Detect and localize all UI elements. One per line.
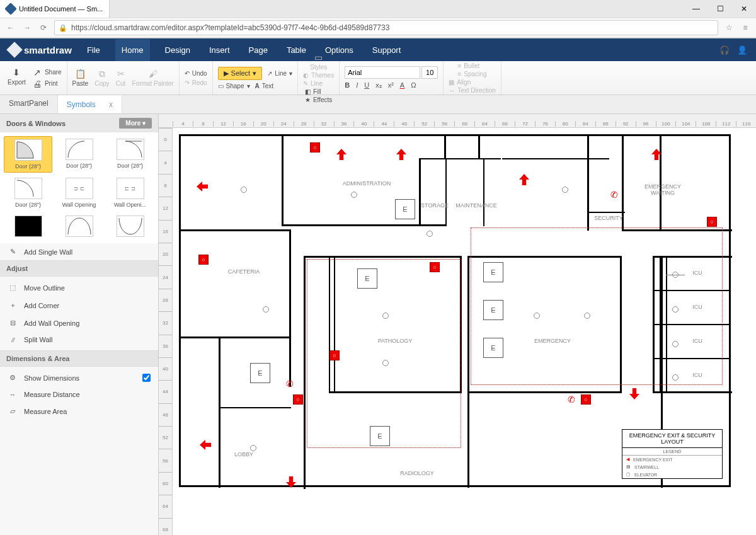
lock-icon: 🔒 bbox=[59, 24, 67, 32]
symbol-double-door-1[interactable] bbox=[55, 213, 103, 239]
fill-button[interactable]: ◧Fill bbox=[305, 88, 332, 95]
maximize-button[interactable]: ☐ bbox=[708, 0, 732, 18]
fixture-icon bbox=[250, 445, 256, 451]
fixture-icon bbox=[672, 341, 679, 347]
browser-menu-button[interactable]: ≡ bbox=[740, 22, 751, 33]
alarm-icon: ○ bbox=[198, 255, 209, 265]
tab-title: Untitled Document — Sm... bbox=[19, 5, 103, 13]
legend-elevator: ELEVATOR bbox=[634, 473, 657, 477]
cut-button[interactable]: ✂Cut bbox=[116, 69, 126, 87]
split-wall-button[interactable]: ⫽Split Wall bbox=[0, 331, 158, 348]
export-button[interactable]: ⬇Export bbox=[8, 67, 26, 89]
symbol-door-2[interactable]: Door (28") bbox=[55, 136, 103, 173]
underline-button[interactable]: U bbox=[364, 81, 369, 89]
alarm-icon: ○ bbox=[581, 394, 591, 405]
symbol-wall-opening-2[interactable]: ⊏ ⊐Wall Openi... bbox=[106, 175, 154, 210]
help-icon[interactable]: 🎧 bbox=[719, 45, 730, 55]
line-tool[interactable]: ↗Line▾ bbox=[267, 67, 292, 80]
measure-area-button[interactable]: ▱Measure Area bbox=[0, 403, 158, 420]
fixture-icon bbox=[672, 306, 679, 313]
symbol-door-1[interactable]: Door (28") bbox=[4, 136, 52, 173]
move-outline-button[interactable]: ⬚Move Outline bbox=[0, 279, 158, 296]
phone-icon: ✆ bbox=[609, 190, 619, 200]
show-dimensions-toggle[interactable]: ⚙Show Dimensions bbox=[0, 369, 158, 386]
font-color-button[interactable]: A bbox=[400, 81, 404, 89]
floorplan[interactable]: ADMINISTRATION STORAGE MAINTENANCE SECUR… bbox=[179, 134, 731, 487]
font-name-input[interactable] bbox=[345, 66, 420, 79]
align-button[interactable]: ▦Align bbox=[449, 79, 496, 86]
symbols-tab[interactable]: Symbols x bbox=[58, 95, 122, 113]
fixture-icon bbox=[672, 272, 679, 278]
effects-button[interactable]: ★Effects bbox=[305, 96, 332, 103]
close-window-button[interactable]: ✕ bbox=[732, 0, 756, 18]
symbol-double-door-2[interactable] bbox=[106, 213, 154, 239]
smartpanel-tab[interactable]: SmartPanel bbox=[0, 95, 58, 113]
address-bar[interactable]: 🔒 https://cloud.smartdraw.com/editor.asp… bbox=[54, 20, 718, 35]
subscript-button[interactable]: x₂ bbox=[375, 81, 382, 89]
more-button[interactable]: More ▾ bbox=[119, 118, 152, 129]
line-style-button[interactable]: ✎Line bbox=[303, 80, 334, 87]
canvas[interactable]: ADMINISTRATION STORAGE MAINTENANCE SECUR… bbox=[173, 128, 756, 535]
minimize-button[interactable]: — bbox=[684, 0, 708, 18]
fixture-icon bbox=[263, 306, 269, 313]
text-tool[interactable]: AText bbox=[255, 83, 274, 89]
left-panel: Doors & Windows More ▾ Door (28") Door (… bbox=[0, 114, 159, 535]
fixture-icon bbox=[584, 313, 590, 319]
add-corner-button[interactable]: ＋Add Corner bbox=[0, 296, 158, 314]
legend-sub: LEGEND bbox=[622, 448, 722, 456]
phone-icon: ✆ bbox=[285, 379, 295, 389]
elevator-6: E bbox=[250, 363, 270, 383]
spacing-button[interactable]: ≡Spacing bbox=[457, 71, 486, 78]
italic-button[interactable]: I bbox=[356, 81, 358, 89]
select-tool[interactable]: ▶Select▾ bbox=[218, 67, 263, 80]
url-text: https://cloud.smartdraw.com/editor.aspx?… bbox=[71, 23, 389, 32]
browser-tab[interactable]: Untitled Document — Sm... bbox=[0, 0, 110, 18]
add-wall-opening-button[interactable]: ⊟Add Wall Opening bbox=[0, 314, 158, 331]
themes-button[interactable]: ◐Themes bbox=[303, 72, 334, 79]
symbol-door-4[interactable]: Door (28") bbox=[4, 175, 52, 210]
shape-tool[interactable]: ▭Shape▾ bbox=[218, 83, 250, 89]
symbols-tab-label: Symbols bbox=[67, 100, 96, 109]
symbol-solid[interactable] bbox=[4, 213, 52, 239]
star-button[interactable]: ☆ bbox=[723, 22, 735, 33]
print-button[interactable]: 🖨Print bbox=[32, 79, 62, 89]
superscript-button[interactable]: x² bbox=[388, 81, 394, 89]
menu-page[interactable]: Page bbox=[245, 45, 272, 55]
back-button[interactable]: ← bbox=[5, 22, 16, 33]
menu-insert[interactable]: Insert bbox=[205, 45, 234, 55]
copy-button[interactable]: ⧉Copy bbox=[94, 69, 109, 87]
text-direction-button[interactable]: ↔Text Direction bbox=[449, 87, 496, 94]
undo-button[interactable]: ↶Undo bbox=[185, 70, 207, 77]
phone-icon: ✆ bbox=[566, 394, 576, 405]
ruler-horizontal: 4812162024283236404448525660646872768084… bbox=[159, 114, 756, 128]
menu-file[interactable]: File bbox=[83, 45, 104, 55]
menu-support[interactable]: Support bbox=[369, 45, 405, 55]
menu-home[interactable]: Home bbox=[115, 39, 150, 61]
symbol-door-3[interactable]: Door (28") bbox=[106, 136, 154, 173]
styles-button[interactable]: ▭Styles bbox=[310, 52, 327, 71]
close-symbols-tab[interactable]: x bbox=[109, 100, 113, 109]
add-single-wall-button[interactable]: ✎Add Single Wall bbox=[0, 243, 158, 260]
format-painter-button[interactable]: 🖌Format Painter bbox=[132, 69, 174, 87]
fixture-icon bbox=[562, 187, 568, 193]
brand-text: smartdraw bbox=[24, 45, 72, 55]
bold-button[interactable]: B bbox=[345, 81, 350, 89]
symbol-button[interactable]: Ω bbox=[411, 81, 416, 89]
symbol-wall-opening-1[interactable]: ⊐ ⊏Wall Opening bbox=[55, 175, 103, 210]
menu-table[interactable]: Table bbox=[283, 45, 310, 55]
forward-button[interactable]: → bbox=[21, 22, 33, 33]
alarm-icon: ○ bbox=[293, 394, 303, 405]
font-size-input[interactable] bbox=[421, 66, 438, 79]
symbols-grid: Door (28") Door (28") Door (28") Door (2… bbox=[0, 132, 158, 243]
user-icon[interactable]: 👤 bbox=[737, 45, 747, 55]
menu-design[interactable]: Design bbox=[161, 45, 194, 55]
paste-button[interactable]: 📋Paste bbox=[72, 69, 89, 87]
show-dimensions-checkbox[interactable] bbox=[142, 374, 151, 382]
measure-distance-button[interactable]: ↔Measure Distance bbox=[0, 386, 158, 403]
bullet-button[interactable]: ≡Bullet bbox=[457, 62, 486, 69]
redo-button[interactable]: ↷Redo bbox=[185, 79, 207, 86]
alarm-icon: ○ bbox=[310, 142, 320, 152]
share-button[interactable]: ↗Share bbox=[32, 67, 62, 78]
fixture-icon bbox=[241, 187, 247, 193]
reload-button[interactable]: ⟳ bbox=[38, 22, 49, 33]
